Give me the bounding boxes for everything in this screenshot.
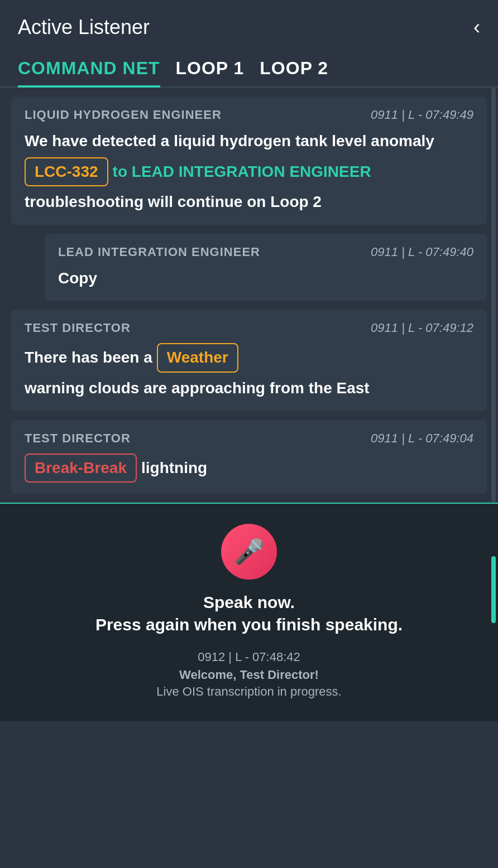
msg4-text: lightning [141,457,207,480]
msg1-text2: troubleshooting will continue on Loop 2 [25,191,322,214]
timestamp-lie: 0911 | L - 07:49:40 [371,245,473,259]
tab-command-net[interactable]: COMMAND NET [18,50,176,86]
messages-list: LIQUID HYDROGEN ENGINEER 0911 | L - 07:4… [0,88,498,503]
scrollbar-track [491,88,496,503]
press-again-label: Press again when you finish speaking. [95,615,403,634]
msg1-teal: to LEAD INTEGRATION ENGINEER [113,161,371,184]
tag-weather: Weather [157,343,238,373]
timestamp-lhe: 0911 | L - 07:49:49 [371,108,473,122]
message-card-lie: LEAD INTEGRATION ENGINEER 0911 | L - 07:… [45,234,487,301]
message-body-td1: There has been a Weather warning clouds … [25,343,473,399]
header: Active Listener ‹ [0,0,498,50]
message-header-td2: TEST DIRECTOR 0911 | L - 07:49:04 [25,431,473,446]
session-status: Live OIS transcription in progress. [156,684,341,699]
session-welcome: Welcome, Test Director! [156,668,341,682]
message-card-td2: TEST DIRECTOR 0911 | L - 07:49:04 Break-… [11,420,487,494]
message-body-lie: Copy [58,267,473,290]
message-body-td2: Break-Break lightning [25,454,473,483]
msg3-text2: warning clouds are approaching from the … [25,377,370,400]
sender-td2: TEST DIRECTOR [25,431,131,446]
timestamp-td2: 0911 | L - 07:49:04 [371,431,473,446]
session-info: 0912 | L - 07:48:42 Welcome, Test Direct… [156,650,341,699]
message-header-lhe: LIQUID HYDROGEN ENGINEER 0911 | L - 07:4… [25,108,473,122]
message-header-td1: TEST DIRECTOR 0911 | L - 07:49:12 [25,321,473,335]
msg1-text1: We have detected a liquid hydrogen tank … [25,130,434,153]
tag-break-break: Break-Break [25,454,137,483]
tag-lcc332: LCC-332 [25,157,108,187]
messages-scroll-area: LIQUID HYDROGEN ENGINEER 0911 | L - 07:4… [0,88,498,503]
tab-bar: COMMAND NET LOOP 1 LOOP 2 [0,50,498,88]
message-card-lhe: LIQUID HYDROGEN ENGINEER 0911 | L - 07:4… [11,97,487,225]
sender-lhe: LIQUID HYDROGEN ENGINEER [25,108,222,122]
message-card-td1: TEST DIRECTOR 0911 | L - 07:49:12 There … [11,310,487,411]
message-body-lhe: We have detected a liquid hydrogen tank … [25,130,473,214]
mic-button[interactable]: 🎤 [221,524,277,580]
message-header-lie: LEAD INTEGRATION ENGINEER 0911 | L - 07:… [58,245,473,259]
back-button[interactable]: ‹ [473,16,480,39]
tab-loop1[interactable]: LOOP 1 [176,50,260,86]
sender-lie: LEAD INTEGRATION ENGINEER [58,245,260,259]
app-title: Active Listener [18,16,150,39]
tab-loop2[interactable]: LOOP 2 [260,50,344,86]
scrollbar-thumb[interactable] [491,556,496,623]
msg3-text1: There has been a [25,346,152,369]
sender-td1: TEST DIRECTOR [25,321,131,335]
speak-now-label: Speak now. [203,593,295,612]
timestamp-td1: 0911 | L - 07:49:12 [371,321,473,335]
recording-area: 🎤 Speak now. Press again when you finish… [0,503,498,721]
mic-icon: 🎤 [234,537,265,566]
msg2-text: Copy [58,267,97,290]
session-timestamp: 0912 | L - 07:48:42 [156,650,341,664]
